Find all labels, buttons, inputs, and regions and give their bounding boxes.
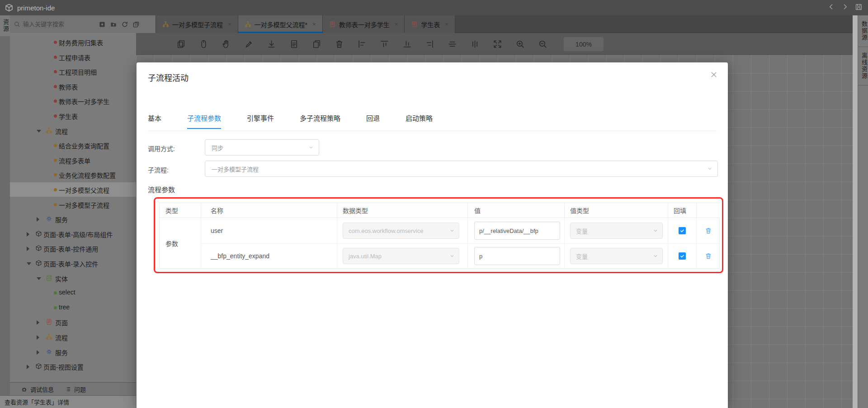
align-right-icon[interactable]: [425, 39, 435, 49]
search-input[interactable]: [23, 21, 86, 28]
chevron-down-icon[interactable]: [27, 262, 31, 265]
refresh-icon[interactable]: [121, 21, 128, 28]
problems-button[interactable]: 问题: [65, 385, 86, 394]
tree-item-7[interactable]: 结合业务查询配置: [10, 138, 136, 152]
debug-info-button[interactable]: 调试信息: [21, 385, 54, 394]
collapse-all-icon[interactable]: [132, 21, 140, 28]
tree-dot-icon: [54, 114, 57, 118]
data-type-select-0[interactable]: com.eos.workflow.omservice: [343, 223, 459, 239]
search-box[interactable]: [10, 21, 91, 28]
import-resource-icon[interactable]: [99, 21, 106, 28]
chevron-down-icon[interactable]: [37, 130, 41, 133]
panel-tab-offline-resources[interactable]: 离线资源: [858, 47, 868, 85]
delete-row-icon[interactable]: [705, 227, 712, 234]
tree-item-3[interactable]: 教师表: [10, 79, 136, 94]
chevron-down-icon[interactable]: [37, 277, 41, 280]
hand-pan-icon[interactable]: [221, 39, 231, 49]
data-type-select-1[interactable]: java.util.Map: [343, 248, 459, 264]
panel-tab-datasource[interactable]: 数据源: [858, 15, 868, 47]
tree-item-12[interactable]: 服务: [10, 212, 136, 226]
chevron-right-icon[interactable]: [27, 232, 29, 237]
tab-close-icon[interactable]: ×: [395, 21, 398, 28]
new-folder-icon[interactable]: [110, 21, 117, 28]
tree-item-2[interactable]: 工程项目明细: [10, 64, 136, 79]
tree-item-20[interactable]: 流程: [10, 330, 136, 344]
value-type-select-0[interactable]: 变量: [570, 223, 663, 239]
mouse-icon[interactable]: [198, 39, 209, 49]
writeback-checkbox-1[interactable]: [679, 252, 686, 260]
zoom-out-icon[interactable]: [538, 39, 548, 49]
editor-tab-0[interactable]: 一对多模型子流程×: [156, 15, 238, 33]
subprocess-select[interactable]: 一对多模型子流程: [205, 161, 718, 177]
dialog-tabs: 基本子流程参数引擎事件多子流程策略回退启动策略: [148, 113, 433, 129]
back-icon[interactable]: [828, 3, 835, 12]
tree-item-17[interactable]: select: [10, 285, 136, 300]
file-copy-icon[interactable]: [311, 39, 322, 49]
writeback-checkbox-0[interactable]: [679, 227, 686, 234]
download-icon[interactable]: [266, 39, 277, 49]
tree-item-16[interactable]: 实体: [10, 271, 136, 285]
tab-close-icon[interactable]: ×: [228, 21, 231, 28]
tree-item-0[interactable]: 财务费用归集表: [10, 35, 136, 49]
param-group-label: 参数: [160, 218, 201, 268]
tree-item-6[interactable]: 流程: [10, 123, 136, 138]
tree-item-22[interactable]: 页面-视图设置: [10, 359, 136, 374]
tree-item-14[interactable]: 页面-表单-控件通用: [10, 241, 136, 256]
dialog-tab-4[interactable]: 回退: [366, 113, 380, 129]
tree-item-1[interactable]: 工程申请表: [10, 50, 136, 64]
call-mode-select[interactable]: 同步: [205, 139, 319, 156]
tree-item-9[interactable]: 业务化流程参数配置: [10, 167, 136, 182]
brush-icon[interactable]: [244, 39, 254, 49]
chevron-right-icon[interactable]: [37, 335, 39, 340]
zoom-in-icon[interactable]: [515, 39, 525, 49]
value-type-value: 变量: [576, 227, 588, 235]
close-icon[interactable]: [710, 71, 718, 81]
editor-tab-1[interactable]: 一对多模型父流程*×: [238, 15, 323, 33]
chevron-right-icon[interactable]: [27, 365, 29, 369]
canvas-scrollbar[interactable]: [853, 15, 858, 408]
tree-item-19[interactable]: 页面: [10, 315, 136, 329]
forward-icon[interactable]: [841, 3, 849, 12]
align-left-icon[interactable]: [357, 39, 367, 49]
tree-item-11[interactable]: 一对多模型子流程: [10, 197, 136, 212]
editor-tab-2[interactable]: 教师表一对多学生×: [323, 15, 405, 33]
dialog-tab-5[interactable]: 启动策略: [406, 113, 433, 129]
tree-item-13[interactable]: 页面-表单-高级/布局组件: [10, 227, 136, 241]
tab-close-icon[interactable]: ×: [312, 21, 316, 28]
delete-row-icon[interactable]: [705, 252, 712, 260]
dialog-tab-0[interactable]: 基本: [148, 113, 161, 129]
align-bottom-icon[interactable]: [402, 39, 412, 49]
editor-tab-3[interactable]: 学生表×: [405, 15, 455, 33]
dialog-tab-3[interactable]: 多子流程策略: [300, 113, 340, 129]
chevron-right-icon[interactable]: [37, 320, 39, 325]
row-actions-0: [697, 218, 720, 244]
chevron-right-icon[interactable]: [37, 350, 39, 355]
tree-item-10[interactable]: 一对多模型父流程: [10, 182, 136, 197]
dialog-tab-1[interactable]: 子流程参数: [187, 113, 221, 129]
activity-tab-resources[interactable]: 资源: [0, 15, 10, 36]
chevron-down-icon: [652, 228, 659, 235]
search-icon: [14, 21, 20, 28]
copy-icon[interactable]: [176, 39, 186, 49]
save-icon[interactable]: [855, 3, 863, 13]
value-type-select-1[interactable]: 变量: [570, 248, 663, 264]
tree-item-21[interactable]: 服务: [10, 345, 136, 359]
align-top-icon[interactable]: [379, 39, 390, 49]
align-center-h-icon[interactable]: [447, 39, 458, 49]
tab-close-icon[interactable]: ×: [445, 21, 448, 28]
fit-screen-icon[interactable]: [492, 39, 503, 49]
problems-label: 问题: [74, 385, 86, 394]
tree-item-5[interactable]: 学生表: [10, 109, 136, 123]
tree-item-15[interactable]: 页面-表单-录入控件: [10, 256, 136, 270]
tree-item-18[interactable]: tree: [10, 300, 136, 315]
file-icon[interactable]: [289, 39, 299, 49]
chevron-right-icon[interactable]: [27, 247, 29, 251]
value-input-0[interactable]: [474, 222, 560, 240]
distribute-v-icon[interactable]: [470, 39, 480, 49]
tree-item-4[interactable]: 教师表一对多学生: [10, 94, 136, 108]
dialog-tab-2[interactable]: 引擎事件: [247, 113, 274, 129]
value-input-1[interactable]: [474, 247, 560, 265]
tree-item-8[interactable]: 流程多表单: [10, 153, 136, 167]
trash-icon[interactable]: [334, 39, 344, 49]
chevron-right-icon[interactable]: [37, 217, 39, 222]
